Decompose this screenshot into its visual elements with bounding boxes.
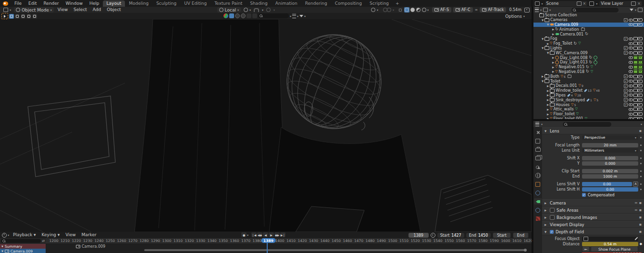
animate-dot[interactable] [640, 170, 642, 172]
property-field-end[interactable]: 1000 m [582, 174, 638, 179]
outliner-item-animation[interactable]: ▶↻Animation [533, 27, 644, 32]
exclude-checkbox[interactable]: ✓ [623, 51, 628, 55]
current-frame-indicator[interactable]: 1389 [261, 238, 276, 243]
outliner-item-decals-001[interactable]: ▶Decals.001▽9✓ [533, 84, 644, 88]
outliner-item-sink-destroyed[interactable]: ▶Sink_destroyed1▽5✓ [533, 97, 644, 102]
outliner-item-camera-009[interactable]: ▼Camera.009 [533, 23, 644, 27]
outliner-item-both[interactable]: ▶Both▽6✓ [533, 74, 644, 79]
disable-in-viewports-toggle[interactable] [633, 80, 638, 83]
disable-in-renders-toggle[interactable] [638, 23, 643, 26]
play-reverse-button[interactable]: ◀ [263, 232, 268, 237]
exclude-checkbox[interactable]: ✓ [623, 84, 628, 88]
properties-tab-view-layer[interactable] [534, 155, 542, 161]
viewport-menu-object[interactable]: Object [104, 7, 124, 13]
outliner-item-lights[interactable]: ▼Lights✓ [533, 46, 644, 51]
scene-selector[interactable]: Scene × [545, 1, 588, 6]
select-mode-intersect-icon[interactable] [32, 14, 37, 19]
add-workspace-button[interactable]: + [393, 1, 402, 6]
property-field-shift-x[interactable]: 0.000 [582, 156, 638, 160]
circle-toggle-icon-2[interactable] [241, 13, 246, 18]
disable-in-renders-toggle[interactable] [638, 84, 643, 87]
expand-arrow[interactable]: ▶ [546, 42, 550, 45]
animate-dot[interactable] [640, 137, 642, 138]
select-mode-subtract-icon[interactable] [21, 14, 25, 19]
expand-arrow[interactable]: ▶ [541, 75, 545, 78]
disable-in-viewports-toggle[interactable] [633, 60, 638, 64]
outliner-id-filter-icon[interactable] [543, 8, 548, 12]
frame-end-field[interactable]: End 1450 [466, 233, 491, 238]
menu-file[interactable]: File [11, 0, 25, 7]
properties-tab-constraints[interactable] [534, 190, 542, 196]
options-dropdown[interactable]: Options▾ [503, 13, 527, 19]
animate-dot[interactable] [640, 145, 642, 146]
keying-dropdown[interactable]: ▾ [247, 233, 248, 237]
panel-checkbox[interactable] [550, 208, 555, 213]
disable-in-viewports-toggle[interactable] [633, 103, 638, 107]
expand-arrow[interactable]: ▶ [551, 33, 555, 36]
editor-divider-horizontal[interactable] [533, 119, 644, 120]
properties-search-input[interactable] [563, 122, 611, 127]
channel-camera-009[interactable]: ▼Camera.009 [0, 249, 46, 253]
snap-toggle-icon[interactable] [254, 8, 259, 12]
disable-in-renders-toggle[interactable] [638, 98, 643, 102]
expand-arrow[interactable]: ▼ [541, 19, 545, 22]
overlays-dropdown[interactable]: ▾ [381, 7, 396, 12]
exclude-checkbox[interactable]: ✓ [623, 74, 628, 78]
expand-arrow[interactable]: ▶ [551, 66, 555, 69]
hide-in-viewport-toggle[interactable] [628, 89, 633, 92]
expand-arrow[interactable]: ▶ [546, 94, 550, 96]
strip-dropdown[interactable]: ▾ [290, 14, 291, 18]
disable-in-viewports-toggle[interactable] [633, 98, 638, 102]
frame-start-field[interactable]: Start 1427 [437, 233, 464, 238]
viewport-menu-select[interactable]: Select [71, 7, 90, 13]
prev-keyframe-button[interactable]: ◀◆ [257, 232, 262, 237]
outliner-item-day-light-013[interactable]: ▶Day_Light.013↻ [533, 60, 644, 65]
square-toggle-icon[interactable] [247, 13, 251, 18]
transform-orientation-dropdown[interactable]: Local ▾ [217, 7, 241, 12]
property-field-lens-shift-h[interactable]: 0.00 [582, 187, 638, 192]
blue-toggle-icon[interactable] [229, 13, 234, 18]
workspace-tab-sculpting[interactable]: Sculpting [152, 0, 180, 7]
animate-dot[interactable] [640, 163, 642, 164]
workspace-tab-shading[interactable]: Shading [246, 0, 272, 7]
exclude-checkbox[interactable]: ✓ [623, 37, 628, 41]
disable-in-viewports-toggle[interactable] [633, 65, 638, 69]
jump-to-start-button[interactable]: ❘◀ [251, 232, 257, 237]
properties-tab-data-camera[interactable] [534, 198, 542, 205]
channel-summary[interactable]: ▼Summary [0, 244, 46, 249]
snap-settings-dropdown[interactable]: ▾ [260, 7, 265, 12]
disable-in-renders-toggle[interactable] [638, 18, 643, 22]
outliner-filter-icon[interactable] [630, 9, 633, 11]
outliner-item-houses[interactable]: ▶Houses▽5✓ [533, 102, 644, 107]
expand-arrow[interactable]: ▼ [1, 245, 3, 248]
view-layer-selector[interactable]: View Layer × [599, 1, 642, 6]
expand-arrow[interactable]: ▼ [1, 250, 3, 253]
active-tool-select-box[interactable] [1, 13, 8, 19]
panel-header-viewport-display[interactable]: ▶Viewport Display▪ [542, 221, 644, 228]
timeline-body[interactable]: 1200121012201230124012501260127012801290… [0, 238, 532, 253]
animate-dot[interactable] [640, 189, 642, 190]
hide-in-viewport-toggle[interactable] [628, 108, 633, 111]
outliner-item-negative-018[interactable]: ▶▽Negative.018↻▽ [533, 70, 644, 74]
animate-dot[interactable] [640, 150, 642, 151]
af-button-af-s[interactable]: AF-S [432, 7, 451, 12]
circle-toggle-icon[interactable] [235, 13, 240, 18]
hide-in-viewport-toggle[interactable] [628, 113, 633, 116]
expand-arrow[interactable]: ▶ [546, 108, 550, 111]
outliner-display-mode-icon[interactable] [535, 8, 539, 12]
strip-search-input[interactable] [258, 13, 289, 18]
properties-tab-render[interactable] [534, 138, 542, 144]
play-button[interactable]: ▶ [269, 232, 274, 237]
channel-filter-icon[interactable]: ⇄ [42, 239, 45, 243]
animate-dot[interactable] [640, 183, 642, 185]
workspace-tab-layout[interactable]: Layout [103, 0, 125, 7]
next-keyframe-button[interactable]: ◆▶ [274, 232, 280, 237]
expand-arrow[interactable]: ▶ [551, 61, 555, 64]
use-preview-range-icon[interactable] [431, 233, 435, 238]
view-layer-browse-dropdown[interactable]: ▾ [596, 2, 597, 5]
workspace-tab-scripting[interactable]: Scripting [366, 0, 393, 7]
expand-arrow[interactable]: ▼ [541, 47, 545, 49]
expand-arrow[interactable]: ▶ [546, 89, 550, 92]
disable-in-renders-toggle[interactable] [638, 70, 643, 73]
expand-arrow[interactable]: ▼ [546, 23, 550, 26]
